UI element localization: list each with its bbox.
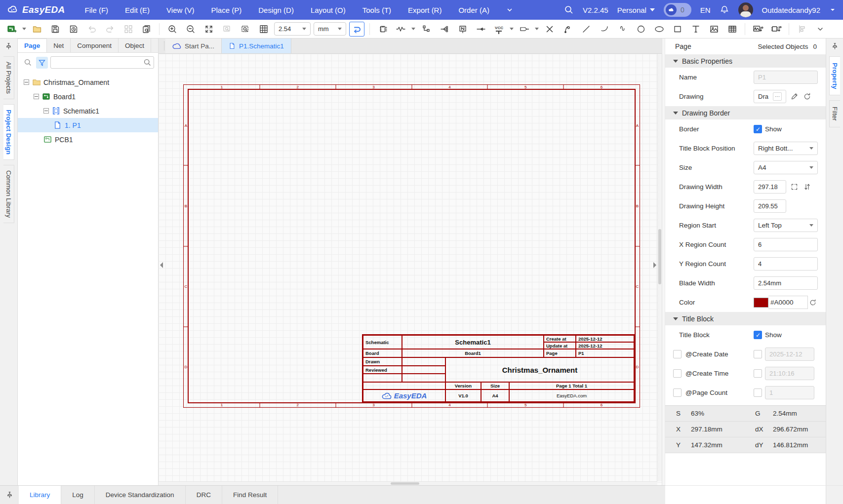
tree-item-project[interactable]: Christmas_Ornament — [18, 75, 158, 89]
save-button[interactable] — [47, 22, 63, 37]
place-power-flag-button[interactable]: VCC — [491, 22, 507, 37]
swap-width-height-icon[interactable] — [802, 182, 812, 192]
menu-edit[interactable]: Edit (E) — [125, 6, 150, 14]
create-date-value-checkbox[interactable] — [754, 350, 762, 358]
pin-sidebar-icon[interactable] — [5, 42, 12, 51]
place-image-button[interactable] — [706, 22, 722, 37]
drawing-width-input[interactable] — [754, 180, 786, 194]
zoom-in-button[interactable] — [164, 22, 180, 37]
border-color-swatch[interactable] — [754, 298, 768, 308]
place-port-caret-icon[interactable] — [535, 28, 539, 30]
curved-wire-mode-toggle[interactable] — [349, 22, 364, 37]
file-history-button[interactable] — [66, 22, 81, 37]
collapse-right-panel-handle[interactable] — [652, 254, 657, 276]
draw-rect-button[interactable] — [670, 22, 685, 37]
global-search-icon[interactable] — [564, 5, 574, 15]
sidebar-search-input[interactable] — [50, 56, 154, 69]
draw-arc-button[interactable] — [597, 22, 612, 37]
dock-tab-drc[interactable]: DRC — [186, 486, 222, 504]
menu-design[interactable]: Design (D) — [258, 6, 294, 14]
reset-color-button[interactable] — [808, 298, 818, 308]
place-pin-button[interactable] — [473, 22, 488, 37]
frame-select-icon[interactable] — [789, 182, 799, 192]
rail-tab-project-design[interactable]: Project Design — [3, 104, 14, 160]
section-drawing-border[interactable]: Drawing Border — [665, 106, 826, 119]
menu-place[interactable]: Place (P) — [211, 6, 242, 14]
horizontal-scroll-thumb[interactable] — [391, 482, 419, 485]
place-table-button[interactable] — [724, 22, 740, 37]
design-manager-button[interactable] — [139, 22, 154, 37]
drawing-input[interactable]: Dra··· — [754, 90, 786, 103]
edit-drawing-button[interactable] — [789, 92, 799, 102]
blade-width-input[interactable] — [754, 276, 818, 290]
annotate-image-button[interactable] — [750, 22, 765, 37]
panel-resize-strip[interactable] — [662, 39, 665, 485]
menu-view[interactable]: View (V) — [166, 6, 194, 14]
draw-line-button[interactable] — [578, 22, 594, 37]
tree-item-board[interactable]: Board1 — [18, 89, 158, 104]
place-net-port-button[interactable] — [418, 22, 434, 37]
create-date-checkbox[interactable] — [673, 350, 682, 358]
tab-p1-schematic1[interactable]: P1.Schematic1 — [222, 39, 291, 53]
user-menu-caret-icon[interactable] — [829, 6, 836, 13]
tree-filter-icon[interactable] — [36, 57, 48, 69]
draw-ellipse-button[interactable] — [651, 22, 667, 37]
collapse-left-panel-handle[interactable] — [159, 254, 164, 276]
x-region-count-input[interactable] — [754, 238, 818, 251]
tab-start-page[interactable]: Start Pa... — [165, 39, 222, 53]
border-color-value[interactable]: #A0000 — [768, 296, 808, 309]
place-net-flag-button[interactable] — [437, 22, 452, 37]
draw-pen-button[interactable] — [560, 22, 575, 37]
canvas-horizontal-scrollbar[interactable] — [159, 481, 657, 485]
new-project-button[interactable] — [4, 22, 19, 37]
toolbar-more-button[interactable] — [812, 22, 828, 37]
place-device-caret-icon[interactable] — [411, 28, 415, 30]
sidebar-tab-net[interactable]: Net — [47, 39, 71, 52]
tree-item-pcb[interactable]: PCB1 — [18, 132, 158, 147]
username[interactable]: Outdatedcandy92 — [762, 6, 820, 14]
notifications-bell-icon[interactable] — [720, 5, 729, 15]
app-logo[interactable]: EasyEDA — [7, 4, 65, 16]
menu-order[interactable]: Order (A) — [458, 6, 489, 14]
drawing-more-button[interactable]: ··· — [773, 92, 782, 101]
canvas-vertical-scrollbar[interactable] — [657, 54, 662, 481]
no-connect-flag-button[interactable] — [542, 22, 557, 37]
drawing-height-input[interactable] — [754, 199, 786, 213]
section-basic-properties[interactable]: Basic Properties — [665, 54, 826, 68]
collapse-expander-icon[interactable] — [34, 94, 39, 99]
rail-tab-filter[interactable]: Filter — [829, 100, 840, 127]
pin-bottom-dock-icon[interactable] — [0, 486, 19, 504]
tree-item-page-p1[interactable]: 1. P1 — [18, 118, 158, 132]
sidebar-tab-object[interactable]: Object — [119, 39, 151, 52]
zoom-out-button[interactable] — [183, 22, 198, 37]
search-input-icon[interactable] — [143, 58, 152, 67]
menu-export[interactable]: Export (R) — [408, 6, 442, 14]
tree-search-icon[interactable] — [22, 57, 34, 69]
create-time-checkbox[interactable] — [673, 369, 682, 378]
tree-item-schematic[interactable]: Schematic1 — [18, 104, 158, 118]
menu-tools[interactable]: Tools (T) — [362, 6, 391, 14]
page-count-checkbox[interactable] — [673, 388, 682, 397]
place-symbol-button[interactable] — [375, 22, 390, 37]
language-switch[interactable]: EN — [700, 6, 711, 14]
open-project-button[interactable] — [29, 22, 44, 37]
schematic-canvas[interactable]: Schematic Schematic1 Create at 2025-12-1… — [159, 54, 662, 485]
dock-tab-device-standardization[interactable]: Device Standardization — [95, 486, 186, 504]
create-time-value-checkbox[interactable] — [754, 369, 762, 378]
cloud-sync-badge[interactable]: 0 — [664, 3, 691, 17]
place-device-button[interactable] — [393, 22, 408, 37]
annotate-symbol-button[interactable] — [768, 22, 784, 37]
menu-more-chevron-icon[interactable] — [506, 6, 513, 13]
sidebar-tab-page[interactable]: Page — [18, 39, 47, 52]
new-project-caret-icon[interactable] — [22, 28, 26, 30]
rail-tab-all-projects[interactable]: All Projects — [3, 56, 14, 99]
region-start-select[interactable]: Left Top — [754, 219, 818, 232]
section-title-block[interactable]: Title Block — [665, 312, 826, 325]
dock-tab-library[interactable]: Library — [19, 486, 61, 504]
title-block[interactable]: Schematic Schematic1 Create at 2025-12-1… — [362, 334, 635, 403]
vertical-scroll-thumb[interactable] — [658, 229, 661, 284]
zoom-selection-button[interactable] — [238, 22, 253, 37]
power-flag-caret-icon[interactable] — [510, 28, 514, 30]
y-region-count-input[interactable] — [754, 257, 818, 271]
border-show-checkbox[interactable] — [754, 125, 762, 133]
